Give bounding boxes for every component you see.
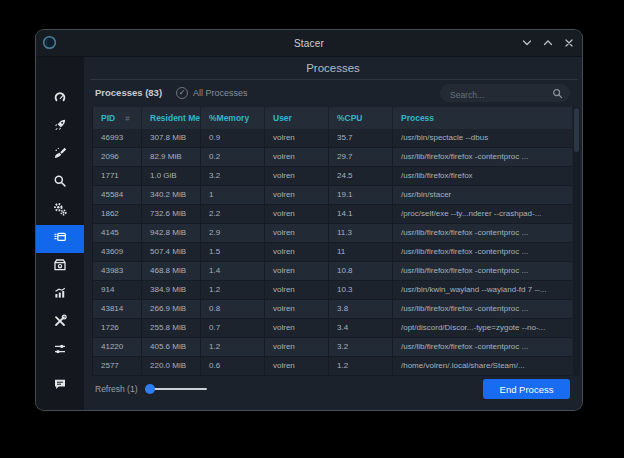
- end-process-button[interactable]: End Process: [483, 379, 570, 399]
- sidebar: [36, 57, 84, 410]
- sidebar-item-dashboard[interactable]: [36, 85, 84, 113]
- sidebar-item-settings[interactable]: [36, 337, 84, 365]
- sidebar-item-system-cleaner[interactable]: [36, 141, 84, 169]
- cell-pid: 43814: [93, 300, 142, 319]
- search-box[interactable]: [440, 84, 570, 102]
- cell-percent-cpu: 10.8: [329, 262, 393, 281]
- table-row[interactable]: 2096 82.9 MiB 0.2 volren 29.7 /usr/lib/f…: [93, 148, 572, 167]
- cell-pid: 914: [93, 281, 142, 300]
- cell-process: /usr/lib/firefox/firefox -contentproc ..…: [393, 243, 572, 262]
- cell-user: volren: [265, 205, 329, 224]
- table-row[interactable]: 43609 507.4 MiB 1.5 volren 11 /usr/lib/f…: [93, 243, 572, 262]
- toolbar: Processes (83) ✓ All Processes: [95, 83, 570, 102]
- table-row[interactable]: 1726 255.8 MiB 0.7 volren 3.4 /opt/disco…: [93, 319, 572, 338]
- brush-icon: [52, 145, 68, 165]
- cell-percent-cpu: 24.5: [329, 167, 393, 186]
- table-row[interactable]: 1771 1.0 GiB 3.2 volren 24.5 /usr/lib/fi…: [93, 167, 572, 186]
- window-title: Stacer: [36, 38, 582, 49]
- cell-resident-memory: 220.0 MiB: [142, 357, 201, 376]
- cell-resident-memory: 942.8 MiB: [142, 224, 201, 243]
- cell-user: volren: [265, 224, 329, 243]
- table-row[interactable]: 4145 942.8 MiB 2.9 volren 11.3 /usr/lib/…: [93, 224, 572, 243]
- cell-percent-cpu: 19.1: [329, 186, 393, 205]
- cell-process: /home/volren/.local/share/Steam/...: [393, 357, 572, 376]
- sidebar-item-processes[interactable]: [36, 225, 84, 253]
- cell-process: /usr/lib/firefox/firefox -contentproc ..…: [393, 262, 572, 281]
- cell-process: /usr/bin/spectacle --dbus: [393, 129, 572, 148]
- sidebar-item-services[interactable]: [36, 197, 84, 225]
- cell-percent-memory: 0.9: [201, 129, 265, 148]
- cell-percent-cpu: 10.3: [329, 281, 393, 300]
- cell-pid: 46993: [93, 129, 142, 148]
- process-count-label: Processes (83): [95, 87, 162, 98]
- sliders-icon: [52, 341, 68, 361]
- column-header-percent-cpu[interactable]: %CPU: [329, 107, 393, 129]
- sidebar-item-uninstaller[interactable]: [36, 253, 84, 281]
- cell-percent-memory: 1: [201, 186, 265, 205]
- sidebar-item-search[interactable]: [36, 169, 84, 197]
- cell-percent-memory: 2.2: [201, 205, 265, 224]
- sidebar-item-resources[interactable]: [36, 281, 84, 309]
- cell-percent-memory: 0.2: [201, 148, 265, 167]
- sidebar-item-helpers[interactable]: [36, 309, 84, 337]
- refresh-label: Refresh (1): [95, 384, 138, 394]
- cell-percent-memory: 1.4: [201, 262, 265, 281]
- cell-percent-memory: 2.9: [201, 224, 265, 243]
- desktop-background: Stacer: [0, 0, 624, 458]
- cell-resident-memory: 507.4 MiB: [142, 243, 201, 262]
- table-row[interactable]: 41220 405.6 MiB 1.2 volren 3.2 /usr/lib/…: [93, 338, 572, 357]
- table-row[interactable]: 43983 468.8 MiB 1.4 volren 10.8 /usr/lib…: [93, 262, 572, 281]
- column-header-user[interactable]: User: [265, 107, 329, 129]
- column-header-percent-memory[interactable]: %Memory: [201, 107, 265, 129]
- package-icon: [52, 257, 68, 277]
- header-divider: [90, 79, 578, 80]
- minimize-button[interactable]: [521, 38, 532, 49]
- cell-percent-memory: 1.2: [201, 281, 265, 300]
- refresh-slider[interactable]: [145, 383, 207, 395]
- search-icon: [552, 88, 563, 99]
- cell-percent-cpu: 1.2: [329, 357, 393, 376]
- table-row[interactable]: 914 384.9 MiB 1.2 volren 10.3 /usr/bin/k…: [93, 281, 572, 300]
- table-row[interactable]: 43814 266.9 MiB 0.8 volren 3.8 /usr/lib/…: [93, 300, 572, 319]
- table-row[interactable]: 45584 340.2 MiB 1 volren 19.1 /usr/bin/s…: [93, 186, 572, 205]
- titlebar[interactable]: Stacer: [36, 30, 582, 57]
- column-header-process[interactable]: Process: [393, 107, 572, 129]
- cell-process: /usr/bin/kwin_wayland --wayland-fd 7 --.…: [393, 281, 572, 300]
- table-row[interactable]: 2577 220.0 MiB 0.6 volren 1.2 /home/volr…: [93, 357, 572, 376]
- maximize-button[interactable]: [542, 38, 553, 49]
- cell-process: /usr/lib/firefox/firefox: [393, 167, 572, 186]
- cell-process: /opt/discord/Discor...-type=zygote --no-…: [393, 319, 572, 338]
- page-title: Processes: [84, 62, 582, 74]
- cell-user: volren: [265, 186, 329, 205]
- gears-icon: [52, 201, 68, 221]
- cell-process: /usr/lib/firefox/firefox -contentproc ..…: [393, 338, 572, 357]
- table-row[interactable]: 46993 307.8 MiB 0.9 volren 35.7 /usr/bin…: [93, 129, 572, 148]
- cell-pid: 2577: [93, 357, 142, 376]
- scrollbar-thumb[interactable]: [574, 108, 579, 152]
- cell-resident-memory: 255.8 MiB: [142, 319, 201, 338]
- cell-pid: 1771: [93, 167, 142, 186]
- close-button[interactable]: [563, 38, 574, 49]
- sidebar-item-feedback[interactable]: [36, 372, 84, 400]
- cell-percent-cpu: 11.3: [329, 224, 393, 243]
- cell-percent-memory: 0.7: [201, 319, 265, 338]
- all-processes-toggle[interactable]: ✓ All Processes: [176, 87, 248, 99]
- checkbox-checked-icon[interactable]: ✓: [176, 87, 188, 99]
- cell-percent-memory: 0.6: [201, 357, 265, 376]
- window-controls: [521, 30, 574, 56]
- search-input[interactable]: [440, 86, 570, 104]
- column-header-pid[interactable]: PID#: [93, 107, 142, 129]
- slider-handle[interactable]: [145, 384, 155, 394]
- cell-pid: 43983: [93, 262, 142, 281]
- main-panel: Processes Processes (83) ✓ All Processes: [84, 57, 582, 410]
- process-table: PID# Resident Memory %Memory User %CPU P…: [92, 107, 572, 376]
- table-row[interactable]: 1862 732.6 MiB 2.2 volren 14.1 /proc/sel…: [93, 205, 572, 224]
- cell-percent-cpu: 11: [329, 243, 393, 262]
- sidebar-item-startup-apps[interactable]: [36, 113, 84, 141]
- column-header-resident-memory[interactable]: Resident Memory: [142, 107, 201, 129]
- stacer-logo-icon: [42, 35, 57, 50]
- cell-percent-memory: 0.8: [201, 300, 265, 319]
- cell-process: /usr/lib/firefox/firefox -contentproc ..…: [393, 300, 572, 319]
- cell-pid: 4145: [93, 224, 142, 243]
- table-scrollbar[interactable]: [573, 107, 580, 376]
